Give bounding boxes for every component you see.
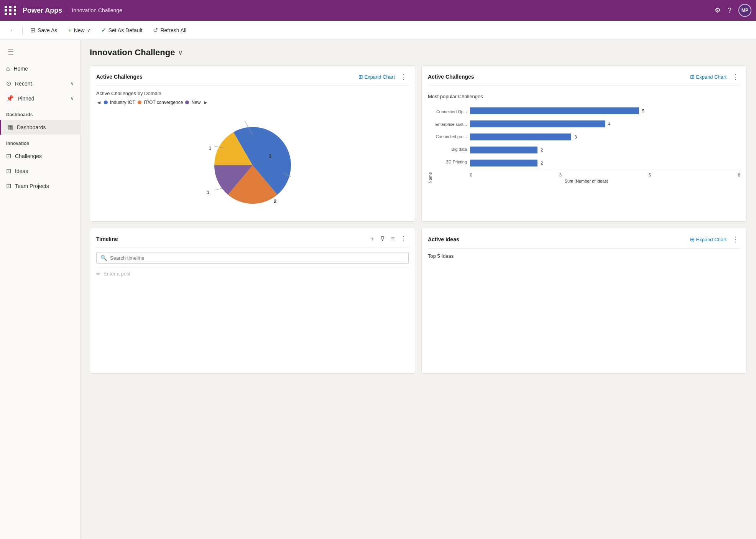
bar-expand-icon: ⊞ <box>690 74 695 80</box>
sidebar-item-challenges-label: Challenges <box>15 153 42 159</box>
recent-icon: ⊙ <box>6 80 11 87</box>
timeline-sort-button[interactable]: ≡ <box>389 235 396 243</box>
avatar[interactable]: MP <box>738 4 751 17</box>
page-title-row: Innovation Challenge ∨ <box>90 48 747 58</box>
legend-label-new: New <box>191 100 201 105</box>
sidebar-item-ideas-label: Ideas <box>15 168 28 174</box>
active-challenges-bar-card: Active Challenges ⊞ Expand Chart ⋮ Most … <box>421 65 747 222</box>
save-as-icon: ⊞ <box>30 26 35 34</box>
toolbar-separator <box>22 26 23 35</box>
bar-card-title: Active Challenges <box>428 74 686 80</box>
x-tick-2: 5 <box>649 173 651 177</box>
back-button[interactable]: ← <box>6 25 19 36</box>
legend-prev-arrow[interactable]: ◄ <box>96 99 102 105</box>
pie-card-menu-button[interactable]: ⋮ <box>399 72 409 82</box>
help-icon[interactable]: ? <box>728 7 731 15</box>
pie-expand-chart-label: Expand Chart <box>365 74 395 80</box>
x-tick-0: 0 <box>470 173 472 177</box>
active-ideas-card: Active Ideas ⊞ Expand Chart ⋮ Top 5 Idea… <box>421 228 747 374</box>
bar-val-3: 2 <box>541 148 543 152</box>
expand-chart-icon: ⊞ <box>358 74 363 80</box>
bar-rows-container: 5 4 3 <box>470 105 740 177</box>
sidebar-item-team-projects[interactable]: ⊡ Team Projects <box>0 178 80 193</box>
timeline-search-box[interactable]: 🔍 <box>96 252 409 264</box>
dashboards-icon: ▦ <box>7 124 13 131</box>
bar-x-axis: 0 3 5 8 <box>470 171 740 177</box>
ideas-card-header: Active Ideas ⊞ Expand Chart ⋮ <box>428 234 740 249</box>
app-grid-icon[interactable] <box>5 6 17 15</box>
pie-expand-chart-button[interactable]: ⊞ Expand Chart <box>358 74 395 80</box>
pie-chart-svg: 3 2 1 1 <box>203 115 302 215</box>
sidebar-item-challenges[interactable]: ⊡ Challenges <box>0 148 80 163</box>
bar-row-4: 2 <box>470 158 740 168</box>
pinned-icon: 📌 <box>6 95 14 102</box>
bar-expand-chart-button[interactable]: ⊞ Expand Chart <box>690 74 727 80</box>
main-layout: ☰ ⌂ Home ⊙ Recent ∨ 📌 Pinned ∨ Dashboard… <box>0 40 756 539</box>
innovation-section-label: Innovation <box>0 135 80 148</box>
refresh-all-button[interactable]: ↺ Refresh All <box>148 24 191 36</box>
timeline-header: Timeline + ⊽ ≡ ⋮ <box>96 234 409 247</box>
bar-fill-0 <box>470 107 639 114</box>
nav-divider <box>67 5 67 16</box>
bar-y-axis-title: Name <box>428 105 432 183</box>
bar-label-4: 3D Printing <box>432 157 467 167</box>
new-button[interactable]: + New ∨ <box>63 25 95 36</box>
bar-chart-subtitle: Most popular Challenges <box>428 94 740 99</box>
sidebar-item-team-projects-label: Team Projects <box>15 183 49 189</box>
pie-card-body: Active Challenges by Domain ◄ Industry I… <box>96 91 409 215</box>
save-as-label: Save As <box>38 27 57 33</box>
bar-fill-2 <box>470 134 571 140</box>
settings-icon[interactable]: ⚙ <box>715 6 721 15</box>
ideas-expand-chart-button[interactable]: ⊞ Expand Chart <box>690 236 727 242</box>
bar-y-axis: Connected Op... Enterprise sust... Conne… <box>432 105 467 177</box>
edit-icon: ✏ <box>96 271 100 277</box>
pie-label-1-gold: 1 <box>209 145 211 151</box>
app-subtitle: Innovation Challenge <box>72 7 122 13</box>
set-as-default-label: Set As Default <box>108 27 143 33</box>
bar-chart-wrapper: Name Connected Op... Enterprise sust... … <box>428 105 740 183</box>
team-projects-icon: ⊡ <box>6 182 11 190</box>
save-as-button[interactable]: ⊞ Save As <box>26 24 62 36</box>
timeline-menu-button[interactable]: ⋮ <box>399 234 409 243</box>
bar-fill-4 <box>470 160 537 166</box>
legend-next-arrow[interactable]: ► <box>203 99 208 105</box>
dashboard-grid: Active Challenges ⊞ Expand Chart ⋮ Activ… <box>90 65 747 374</box>
pie-card-header: Active Challenges ⊞ Expand Chart ⋮ <box>96 72 409 86</box>
bar-val-4: 2 <box>541 161 543 165</box>
new-chevron-icon[interactable]: ∨ <box>87 28 90 33</box>
new-plus-icon: + <box>68 27 71 34</box>
refresh-all-label: Refresh All <box>160 27 186 33</box>
legend-dot-itot <box>138 101 141 104</box>
timeline-filter-button[interactable]: ⊽ <box>378 234 387 243</box>
bar-card-menu-button[interactable]: ⋮ <box>730 72 740 82</box>
top-nav: Power Apps Innovation Challenge ⚙ ? MP <box>0 0 756 21</box>
bar-row-3: 2 <box>470 145 740 155</box>
bar-expand-chart-label: Expand Chart <box>696 74 727 80</box>
bar-chart-main: Connected Op... Enterprise sust... Conne… <box>432 105 740 183</box>
timeline-post-placeholder: Enter a post <box>104 271 130 277</box>
ideas-icon: ⊡ <box>6 167 11 175</box>
refresh-icon: ↺ <box>153 26 158 34</box>
sidebar-item-dashboards-label: Dashboards <box>17 124 46 130</box>
page-title-chevron-icon[interactable]: ∨ <box>178 48 183 57</box>
ideas-card-body: Top 5 Ideas <box>428 253 740 259</box>
search-icon: 🔍 <box>100 255 107 261</box>
timeline-add-button[interactable]: + <box>368 235 376 243</box>
sidebar-item-ideas[interactable]: ⊡ Ideas <box>0 163 80 178</box>
bar-label-0: Connected Op... <box>432 106 467 117</box>
ideas-card-menu-button[interactable]: ⋮ <box>730 234 740 244</box>
bar-chart-area: Most popular Challenges Name Connected O… <box>428 91 740 186</box>
home-icon: ⌂ <box>6 65 10 72</box>
sidebar-menu-toggle[interactable]: ☰ <box>3 45 18 60</box>
sidebar-item-recent[interactable]: ⊙ Recent ∨ <box>0 76 80 91</box>
bar-fill-3 <box>470 147 537 153</box>
set-as-default-button[interactable]: ✓ Set As Default <box>97 24 147 36</box>
sidebar-item-dashboards[interactable]: ▦ Dashboards <box>0 120 80 135</box>
timeline-search-input[interactable] <box>110 255 404 261</box>
sidebar-item-home[interactable]: ⌂ Home <box>0 61 80 76</box>
legend-label-industry-iot: Industry IOT <box>110 100 135 105</box>
ideas-card-title: Active Ideas <box>428 236 686 242</box>
pie-leader-3 <box>214 188 222 190</box>
check-icon: ✓ <box>101 26 106 34</box>
sidebar-item-pinned[interactable]: 📌 Pinned ∨ <box>0 91 80 106</box>
